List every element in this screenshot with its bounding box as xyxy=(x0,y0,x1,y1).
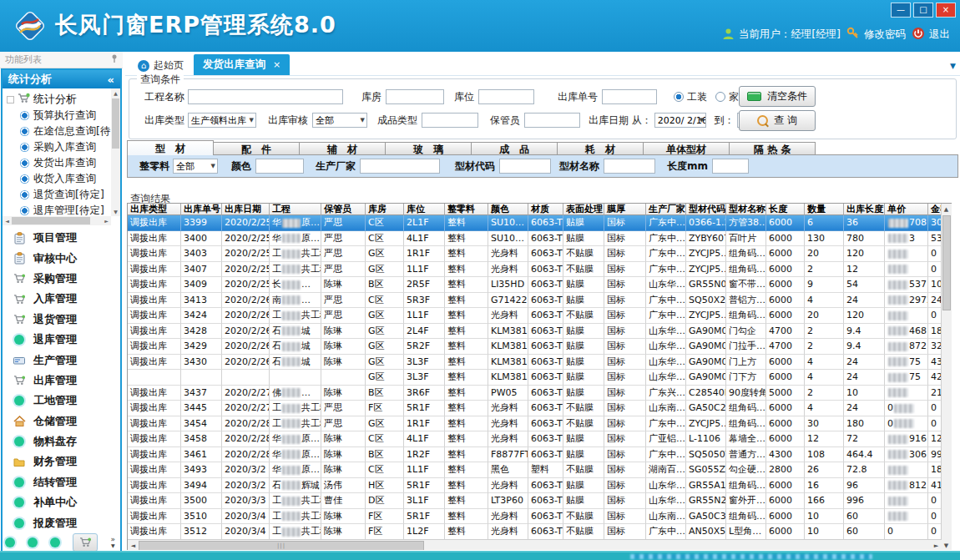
table-row[interactable]: 调拨出库34002020/2/25华原…严思C区4L1F整料SU10…6063-… xyxy=(128,231,952,247)
column-header[interactable]: 出库长度 xyxy=(844,204,885,215)
column-header[interactable]: 出库日期 xyxy=(222,204,270,215)
table-row[interactable]: 调拨出库34942020/3/2石辉城汤伟H区5R1F整料光身料6063-T5贴… xyxy=(128,478,952,494)
tree-vertical-scrollbar[interactable]: ▲ ▼ xyxy=(111,88,120,216)
table-row[interactable]: 调拨出库34302020/2/26石城陈琳G区3L3F整料KLM38176063… xyxy=(128,355,952,371)
table-row[interactable]: 调拨出库34132020/2/26南…严思C区5R3F整料G714226063-… xyxy=(128,293,952,309)
material-tab[interactable]: 玻 璃 xyxy=(385,142,472,155)
clear-conditions-button[interactable]: 清空条件 xyxy=(739,86,816,107)
column-header[interactable]: 型材代码 xyxy=(686,204,726,215)
material-tab[interactable]: 辅 材 xyxy=(299,142,386,155)
sidebar-item-入库管理[interactable]: 入库管理 xyxy=(3,289,120,309)
whole-part-select[interactable]: 全部▼ xyxy=(173,159,218,174)
tree-item[interactable]: 退库管理[待定] xyxy=(7,203,111,216)
quick-icon-2[interactable] xyxy=(28,537,38,547)
material-tab[interactable]: 配 件 xyxy=(213,142,300,155)
project-name-input[interactable] xyxy=(188,89,343,104)
material-tab[interactable]: 隔 热 条 xyxy=(729,142,816,155)
table-row[interactable]: 调拨出库35002020/3/3工共工程曹佳D区3L1F整料LT3P606063… xyxy=(128,493,952,509)
vertical-scroll-thumb[interactable] xyxy=(942,215,951,310)
column-header[interactable]: 生产厂家 xyxy=(646,204,686,215)
out-type-select[interactable]: 生产领料出库▼ xyxy=(188,113,256,128)
table-row[interactable]: 调拨出库34932020/3/2华原…陈琳C区1L1F整料黑色塑料不贴膜国标湖南… xyxy=(128,462,952,478)
audit-select[interactable]: 全部▼ xyxy=(312,113,367,128)
table-row[interactable]: 调拨出库34072020/2/25工共工程严思G区1L1F整料光身料6063-T… xyxy=(128,262,952,278)
tree-item[interactable]: 在途信息查询[待 xyxy=(7,124,111,139)
profile-name-input[interactable] xyxy=(604,159,655,174)
column-header[interactable]: 出库类型 xyxy=(128,204,181,215)
tab-overflow-caret-icon[interactable]: ▼ xyxy=(950,62,956,70)
sidebar-item-工地管理[interactable]: 工地管理 xyxy=(3,391,120,411)
sidebar-item-项目管理[interactable]: 项目管理 xyxy=(3,228,120,248)
sidebar-item-仓储管理[interactable]: 仓储管理 xyxy=(3,411,120,431)
sidebar-item-审核中心[interactable]: 审核中心 xyxy=(3,248,120,268)
quick-icon-3[interactable] xyxy=(50,537,60,547)
sidebar-item-结转管理[interactable]: 结转管理 xyxy=(3,472,120,492)
keeper-input[interactable] xyxy=(524,113,580,128)
table-row[interactable]: 调拨出库34542020/2/28工共工程严思G区1R1F整料光身料6063-T… xyxy=(128,416,952,432)
close-button[interactable]: × xyxy=(936,3,956,18)
cart-quick-button[interactable] xyxy=(73,533,98,552)
sidebar-item-采购管理[interactable]: 采购管理 xyxy=(3,269,120,289)
column-header[interactable]: 工程 xyxy=(270,204,321,215)
table-row[interactable]: 调拨出库34092020/2/25长…陈琳B区2R5F整料LI35HD6063-… xyxy=(128,277,952,293)
overflow-chevron[interactable]: »▼ xyxy=(110,537,115,548)
material-tab[interactable]: 型 材 xyxy=(127,140,214,155)
material-tab[interactable]: 成 品 xyxy=(471,142,558,155)
sidebar-item-报废管理[interactable]: 报废管理 xyxy=(3,512,120,532)
tree-item[interactable]: 退货查询[待定] xyxy=(7,187,111,203)
column-header[interactable]: 型材名称 xyxy=(726,204,766,215)
column-header[interactable]: 整零料 xyxy=(445,204,488,215)
material-tab[interactable]: 单体型材 xyxy=(643,142,730,155)
table-row[interactable]: 调拨出库34612020/2/28华原…陈琳B区1R2F整料F8877FT606… xyxy=(128,447,952,463)
maximize-button[interactable]: □ xyxy=(913,3,933,18)
tree-item[interactable]: 收货入库查询 xyxy=(7,171,111,187)
factory-input[interactable] xyxy=(360,159,440,174)
table-row[interactable]: G区3L3F整料KLM38176063-T5贴膜国标山东华…GA90M09.门下… xyxy=(128,370,952,386)
warehouse-input[interactable] xyxy=(386,89,444,104)
group-header-statistics[interactable]: 统计分析 « xyxy=(3,70,120,88)
table-row[interactable]: 调拨出库34452020/2/27工共工程严思F区5R1F整料光身料6063-T… xyxy=(128,401,952,416)
sidebar-item-财务管理[interactable]: 财务管理 xyxy=(3,452,120,472)
tab-shipment-query[interactable]: 发货出库查询 × xyxy=(194,54,290,75)
tree-item[interactable]: 预算执行查询 xyxy=(7,108,111,124)
quick-icon-1[interactable] xyxy=(5,537,15,547)
horizontal-scroll-thumb[interactable]: ||| xyxy=(139,541,424,550)
search-button[interactable]: 查 询 xyxy=(739,110,816,131)
table-row[interactable]: 调拨出库34032020/2/25工共工程严思G区1R1F整料光身料6063-T… xyxy=(128,246,952,262)
location-input[interactable] xyxy=(478,89,534,104)
radio-gongzhuang[interactable]: 工装 xyxy=(674,90,707,104)
table-row[interactable]: 调拨出库35102020/3/4工共工程陈琳F区5R1F整料光身料6063-T5… xyxy=(128,509,952,525)
column-header[interactable]: 膜厚 xyxy=(604,204,646,215)
column-header[interactable]: 库房 xyxy=(366,204,404,215)
sidebar-item-退货管理[interactable]: 退货管理 xyxy=(3,310,120,330)
profile-code-input[interactable] xyxy=(499,159,551,174)
material-tab[interactable]: 耗 材 xyxy=(557,142,644,155)
table-row[interactable]: 调拨出库34282020/2/26石城陈琳G区2L4F整料KLM38176063… xyxy=(128,324,952,340)
order-no-input[interactable] xyxy=(602,89,657,104)
tree-root-statistics[interactable]: 统计分析 xyxy=(7,91,111,108)
color-input[interactable] xyxy=(255,159,304,174)
change-password-link[interactable]: 修改密码 xyxy=(846,27,906,43)
tab-close-icon[interactable]: × xyxy=(273,59,280,70)
column-header[interactable]: 保管员 xyxy=(321,204,366,215)
tree-expander-icon[interactable] xyxy=(7,96,14,103)
tree-horizontal-scrollbar[interactable]: ◄ ► xyxy=(3,216,111,225)
minimize-button[interactable]: — xyxy=(891,3,911,18)
logout-button[interactable]: 退出 xyxy=(912,27,950,43)
sidebar-item-物料盘存[interactable]: 物料盘存 xyxy=(3,431,120,452)
column-header[interactable]: 单价 xyxy=(885,204,928,215)
table-row[interactable]: 调拨出库34582020/2/28华原…陈琳C区4L1F整料光身料6063-T5… xyxy=(128,431,952,447)
tree-item[interactable]: 采购入库查询 xyxy=(7,139,111,155)
column-header[interactable]: 出库单号 xyxy=(181,204,222,215)
sidebar-item-退库管理[interactable]: 退库管理 xyxy=(3,330,120,350)
date-from-picker[interactable]: 2020/ 2/16▼ xyxy=(654,113,706,128)
table-vertical-scrollbar[interactable]: ▲ ▼ xyxy=(941,204,952,550)
table-row[interactable]: 调拨出库33992020/2/25华原…严思C区2L1F整料SU10…6063-… xyxy=(128,215,952,231)
table-row[interactable]: 调拨出库34292020/2/26石城陈琳G区5R2F整料KLM38176063… xyxy=(128,339,952,355)
column-header[interactable]: 材质 xyxy=(528,204,563,215)
sidebar-item-生产管理[interactable]: 生产管理 xyxy=(3,350,120,370)
column-header[interactable]: 长度 xyxy=(766,204,805,215)
table-row[interactable]: 调拨出库34242020/2/26工共工程严思G区1L1F整料光身料6063-T… xyxy=(128,308,952,324)
length-input[interactable] xyxy=(712,159,749,174)
table-horizontal-scrollbar[interactable]: ◄ ||| ► xyxy=(128,539,942,550)
